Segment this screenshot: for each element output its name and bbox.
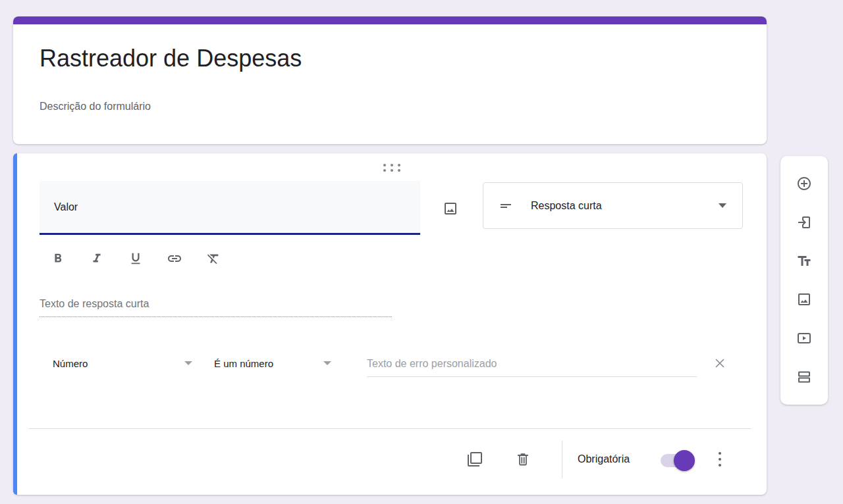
italic-button[interactable] bbox=[89, 251, 105, 266]
add-question-button[interactable] bbox=[796, 176, 812, 191]
delete-icon bbox=[515, 451, 531, 467]
drag-handle-icon[interactable] bbox=[383, 164, 400, 172]
question-type-select[interactable]: Resposta curta bbox=[483, 182, 743, 229]
theme-accent-bar bbox=[13, 16, 767, 24]
validation-type-dropdown[interactable]: Número bbox=[53, 351, 192, 376]
add-title-icon bbox=[796, 253, 812, 270]
duplicate-question-button[interactable] bbox=[467, 451, 483, 467]
selected-indicator bbox=[13, 153, 17, 495]
add-video-button[interactable] bbox=[796, 330, 812, 346]
required-label: Obrigatória bbox=[578, 453, 630, 465]
delete-question-button[interactable] bbox=[515, 451, 531, 467]
add-video-icon bbox=[796, 330, 812, 346]
dropdown-arrow-icon bbox=[184, 361, 192, 365]
validation-type-label: Número bbox=[53, 358, 88, 369]
required-toggle[interactable] bbox=[661, 454, 691, 467]
insert-link-icon bbox=[167, 251, 182, 266]
question-type-label: Resposta curta bbox=[531, 200, 719, 212]
remove-validation-button[interactable] bbox=[712, 355, 728, 371]
text-format-toolbar bbox=[50, 251, 221, 266]
close-icon bbox=[713, 356, 727, 370]
custom-error-text-input[interactable] bbox=[367, 351, 697, 377]
italic-icon bbox=[90, 251, 104, 266]
question-card: Resposta curta Texto de resposta curta N… bbox=[13, 153, 767, 495]
underline-button[interactable] bbox=[128, 251, 144, 266]
footer-divider bbox=[29, 428, 751, 429]
add-image-button[interactable] bbox=[796, 291, 812, 307]
import-questions-icon bbox=[796, 214, 812, 230]
form-description[interactable]: Descrição do formulário bbox=[40, 101, 151, 113]
short-answer-icon bbox=[498, 198, 514, 214]
bold-button[interactable] bbox=[50, 251, 66, 266]
answer-preview-field: Texto de resposta curta bbox=[40, 291, 392, 317]
image-icon bbox=[443, 201, 458, 216]
add-question-icon bbox=[796, 175, 812, 192]
footer-vertical-divider bbox=[562, 441, 562, 478]
underline-icon bbox=[128, 251, 143, 266]
kebab-menu-icon bbox=[719, 452, 721, 455]
add-section-button[interactable] bbox=[796, 369, 812, 385]
import-questions-button[interactable] bbox=[796, 214, 812, 230]
add-image-icon bbox=[796, 291, 812, 307]
dropdown-arrow-icon bbox=[719, 203, 726, 208]
toggle-knob bbox=[674, 450, 695, 471]
clear-formatting-button[interactable] bbox=[205, 251, 221, 266]
duplicate-icon bbox=[467, 451, 483, 467]
dropdown-arrow-icon bbox=[323, 361, 331, 365]
answer-placeholder: Texto de resposta curta bbox=[40, 298, 149, 310]
add-title-button[interactable] bbox=[796, 253, 812, 269]
insert-link-button[interactable] bbox=[167, 251, 182, 266]
bold-icon bbox=[51, 251, 65, 266]
add-section-icon bbox=[796, 369, 812, 385]
validation-condition-dropdown[interactable]: É um número bbox=[214, 351, 331, 376]
form-title[interactable]: Rastreador de Despesas bbox=[40, 44, 302, 73]
form-header-card: Rastreador de Despesas Descrição do form… bbox=[13, 16, 767, 144]
add-item-toolbar bbox=[780, 156, 828, 405]
validation-condition-label: É um número bbox=[214, 358, 273, 369]
question-title-input[interactable] bbox=[40, 181, 420, 235]
clear-formatting-icon bbox=[206, 251, 221, 266]
add-image-to-question-button[interactable] bbox=[439, 197, 462, 220]
question-more-options-button[interactable] bbox=[719, 452, 721, 466]
